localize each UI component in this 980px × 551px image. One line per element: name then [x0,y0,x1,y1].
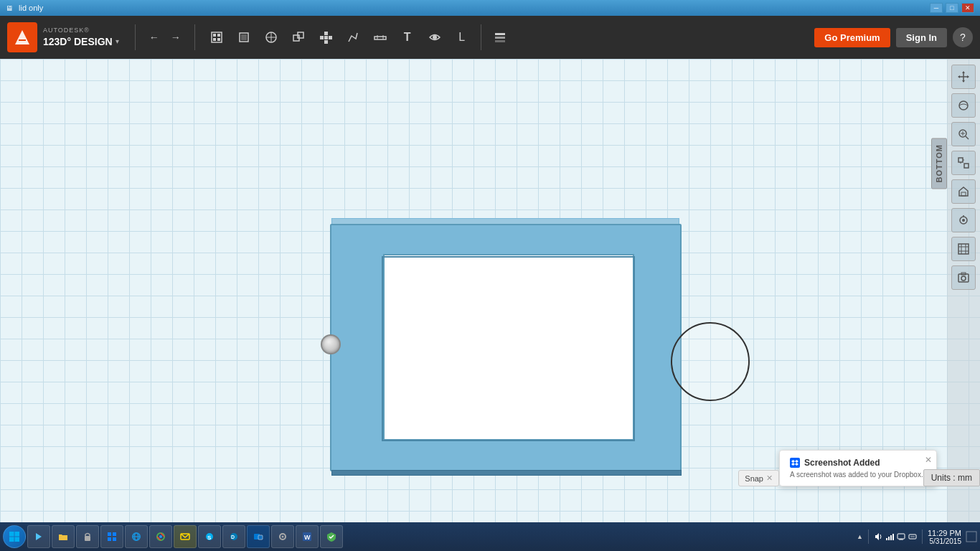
keyboard-icon[interactable] [908,532,917,541]
toolbar-separator-1 [135,24,136,50]
canvas-area[interactable]: BOTTOM [0,59,980,522]
snap-close-button[interactable]: ✕ [766,474,773,483]
svg-text:D: D [231,534,235,540]
select-icon [209,30,224,44]
dell-icon: D [229,532,239,542]
right-sidebar [947,59,980,522]
select-tool-button[interactable] [204,24,230,50]
orbit-button[interactable] [951,93,976,118]
taskbar-ie-button[interactable] [125,525,148,548]
taskbar-skype-button[interactable]: S [198,525,221,548]
camera-button[interactable] [951,208,976,232]
text-button[interactable]: T [395,24,420,50]
svg-rect-79 [890,535,892,540]
shield-icon [326,532,336,542]
svg-rect-54 [15,537,20,542]
snap-label[interactable]: Snap ✕ [738,470,779,486]
start-button[interactable] [3,525,26,548]
taskbar-camera-app-button[interactable] [271,525,294,548]
screenshot-button[interactable] [951,265,976,290]
svg-rect-3 [213,38,216,41]
camera-icon [957,214,970,227]
mail-icon [180,532,190,542]
undo-button[interactable]: ← [144,27,164,47]
svg-rect-22 [495,37,505,39]
folder-icon [58,532,68,542]
svg-point-20 [433,35,437,39]
premium-area: Go Premium Sign In ? [814,27,973,47]
taskbar-word-button[interactable]: W [296,525,319,548]
svg-rect-78 [888,537,890,540]
view-cube-bottom[interactable]: BOTTOM [931,138,947,189]
taskbar-media-button[interactable] [27,525,50,548]
app-name-area: AUTODESK® 123D° DESIGN ▾ [43,27,119,48]
home-view-icon [957,185,970,198]
line-button[interactable]: L [449,24,475,50]
maximize-button[interactable]: □ [946,3,958,13]
toolbar-separator-3 [481,24,481,50]
grid-view-button[interactable] [951,237,976,261]
units-label[interactable]: Units : mm [923,469,980,486]
network-icon[interactable] [885,532,894,541]
show-desktop-icon[interactable] [966,531,977,542]
show-hidden-icons[interactable]: ▲ [857,533,863,540]
audio-icon[interactable] [874,532,882,541]
grid-view-icon [957,242,970,255]
svg-rect-56 [85,536,90,541]
help-button[interactable]: ? [953,27,973,47]
notification-close-button[interactable]: ✕ [925,455,932,465]
sketch-button[interactable] [340,24,366,50]
home-view-button[interactable] [951,179,976,204]
svg-rect-2 [217,34,220,37]
sign-in-button[interactable]: Sign In [896,28,947,47]
svg-rect-77 [886,538,887,540]
monitor-icon[interactable] [897,532,905,541]
taskbar-antivirus-button[interactable] [320,525,343,548]
svg-rect-12 [320,36,324,39]
pan-button[interactable] [951,65,976,89]
close-button[interactable]: ✕ [961,3,974,13]
fit-button[interactable] [951,151,976,175]
taskbar-security-button[interactable] [76,525,99,548]
svg-rect-17 [374,37,386,39]
transform-icon [264,30,278,44]
svg-rect-51 [9,532,14,537]
notification-body: A screenshot was added to your Dropbox. [790,471,926,479]
pattern-button[interactable] [313,24,339,50]
app-dropdown-icon[interactable]: ▾ [116,37,119,46]
zoom-button[interactable] [951,122,976,146]
undo-redo-group: ← → [144,27,186,47]
go-premium-button[interactable]: Go Premium [814,28,890,47]
svg-rect-6 [241,34,247,40]
layers-button[interactable] [487,24,513,50]
transform-button[interactable] [258,24,284,50]
taskbar-dell-button[interactable]: D [222,525,245,548]
taskbar-mail-button[interactable] [174,525,197,548]
tray-separator [868,529,869,544]
svg-point-30 [959,101,968,110]
windows-logo-icon [9,531,20,542]
taskbar-chrome-button[interactable] [149,525,172,548]
combine-button[interactable] [286,24,311,50]
svg-rect-14 [329,36,332,39]
notification-title: Screenshot Added [804,458,880,468]
measure-button[interactable] [367,24,393,50]
snap-button[interactable] [422,24,448,50]
taskbar-clock[interactable]: 11:29 PM 5/31/2015 [928,529,961,545]
svg-rect-58 [113,532,116,536]
app-logo [7,22,37,52]
redo-button[interactable]: → [166,27,186,47]
taskbar-explorer-button[interactable] [52,525,75,548]
taskbar-apps-button[interactable] [100,525,123,548]
ie-icon [131,532,141,542]
svg-rect-35 [958,158,963,162]
svg-point-41 [962,219,965,222]
svg-text:S: S [207,534,212,541]
taskbar-outlook-button[interactable] [247,525,270,548]
minimize-button[interactable]: ─ [930,3,943,13]
svg-rect-59 [108,537,111,541]
logo-area: AUTODESK® 123D° DESIGN ▾ [7,22,119,52]
play-icon [34,532,44,542]
primitives-button[interactable] [231,24,257,50]
svg-rect-81 [897,534,905,539]
